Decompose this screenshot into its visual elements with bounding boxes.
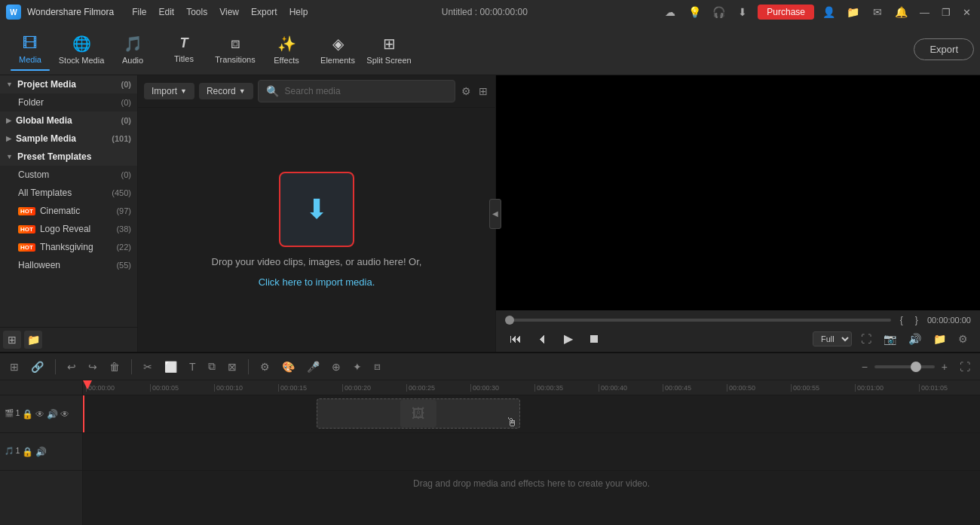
sidebar-item-custom[interactable]: Custom (0) <box>0 166 137 184</box>
preview-fullscreen-icon[interactable]: ⛶ <box>858 331 874 346</box>
toolbar-audio[interactable]: 🎵 Audio <box>109 29 157 71</box>
play-button[interactable]: ▶ <box>559 330 577 347</box>
speed-button[interactable]: ⚙ <box>256 359 274 375</box>
sidebar-item-thanksgiving[interactable]: HOT Thanksgiving (22) <box>0 238 137 256</box>
toolbar-effects[interactable]: ✨ Effects <box>262 29 311 71</box>
timeline-link-button[interactable]: 🔗 <box>27 359 47 375</box>
grid-icon[interactable]: ⊞ <box>477 84 489 99</box>
crop-button[interactable]: ⬜ <box>161 359 181 375</box>
drop-box[interactable]: ⬇ <box>279 172 354 247</box>
sidebar-item-all-templates[interactable]: All Templates (450) <box>0 184 137 202</box>
headset-icon[interactable]: 🎧 <box>709 3 727 21</box>
import-link[interactable]: Click here to import media. <box>259 276 375 288</box>
preview-settings-icon[interactable]: ⚙ <box>955 331 971 346</box>
sidebar-item-preset-templates[interactable]: ▼ Preset Templates <box>0 148 137 166</box>
bulb-icon[interactable]: 💡 <box>685 3 703 21</box>
multicam-button[interactable]: ⊠ <box>224 359 240 375</box>
minimize-button[interactable]: — <box>917 7 933 18</box>
video-track-row[interactable]: 🖼 🖱 <box>83 395 980 433</box>
maximize-button[interactable]: ❐ <box>939 7 954 18</box>
download-icon[interactable]: ⬇ <box>733 3 752 21</box>
undo-button[interactable]: ↩ <box>63 359 80 375</box>
cinematic-label: Cinematic <box>40 206 114 216</box>
menu-export[interactable]: Export <box>251 7 277 17</box>
zoom-thumb[interactable] <box>911 362 921 372</box>
delete-button[interactable]: 🗑 <box>106 359 124 375</box>
ruler-mark-6: 00:00:30 <box>470 384 534 392</box>
sidebar-item-cinematic[interactable]: HOT Cinematic (97) <box>0 202 137 220</box>
video-speaker-icon[interactable]: 🔊 <box>47 409 58 420</box>
split-button[interactable]: ⧈ <box>370 358 384 375</box>
mark-out-button[interactable]: } <box>912 315 921 325</box>
mark-in-button[interactable]: { <box>897 315 906 325</box>
filter-icon[interactable]: ⚙ <box>460 84 473 99</box>
arrow-down-icon2: ▼ <box>6 153 13 160</box>
redo-button[interactable]: ↪ <box>84 359 101 375</box>
download-arrow-icon: ⬇ <box>305 194 328 225</box>
purchase-button[interactable]: Purchase <box>758 5 814 20</box>
toolbar-stock-media[interactable]: 🌐 Stock Media <box>57 29 106 71</box>
skip-back-button[interactable]: ⏮ <box>505 331 526 347</box>
export-button[interactable]: Export <box>914 38 974 60</box>
import-button[interactable]: Import ▼ <box>144 83 194 99</box>
fullscreen-timeline-button[interactable]: ⛶ <box>956 359 974 375</box>
menu-edit[interactable]: Edit <box>159 7 175 17</box>
menu-view[interactable]: View <box>219 7 239 17</box>
sidebar-add-btn[interactable]: ⊞ <box>3 331 21 349</box>
preview-volume-icon[interactable]: 🔊 <box>905 331 924 346</box>
menu-help[interactable]: Help <box>289 7 308 17</box>
preview-folder-icon[interactable]: 📁 <box>930 331 949 346</box>
audio-lock-icon[interactable]: 🔒 <box>22 447 33 457</box>
add-media-button[interactable]: ⊞ <box>6 359 23 375</box>
audio-track-row[interactable] <box>83 433 980 471</box>
transform-button[interactable]: ⧉ <box>204 358 219 375</box>
zoom-slider[interactable] <box>874 365 935 368</box>
timeline-content[interactable]: 00:00:00 00:00:05 00:00:10 00:00:15 00:0… <box>83 380 980 525</box>
zoom-out-button[interactable]: − <box>858 359 871 375</box>
search-input[interactable] <box>285 86 449 96</box>
mail-icon[interactable]: ✉ <box>868 3 887 21</box>
video-lock-icon[interactable]: 🔒 <box>22 409 33 420</box>
toolbar-split-screen[interactable]: ⊞ Split Screen <box>365 29 413 71</box>
sidebar-item-folder[interactable]: Folder (0) <box>0 93 137 111</box>
toolbar-media[interactable]: 🎞 Media <box>6 29 54 71</box>
toolbar-titles[interactable]: T Titles <box>160 29 208 71</box>
menu-tools[interactable]: Tools <box>186 7 207 17</box>
quality-select[interactable]: Full 1/2 1/4 1/8 <box>813 331 852 346</box>
toolbar-transitions[interactable]: ⧈ Transitions <box>211 29 259 71</box>
sidebar-item-logo-reveal[interactable]: HOT Logo Reveal (38) <box>0 220 137 238</box>
close-button[interactable]: ✕ <box>960 7 974 18</box>
folder-icon[interactable]: 📁 <box>844 3 862 21</box>
menu-file[interactable]: File <box>132 7 146 17</box>
ai-cutout-button[interactable]: ✦ <box>349 359 366 375</box>
sidebar-item-sample-media[interactable]: ▶ Sample Media (101) <box>0 130 137 148</box>
sidebar-folder-btn[interactable]: 📁 <box>24 331 42 349</box>
account-icon[interactable]: 👤 <box>820 3 838 21</box>
stabilize-button[interactable]: ⊕ <box>328 359 345 375</box>
preview-screenshot-icon[interactable]: 📷 <box>880 331 899 346</box>
toolbar-elements[interactable]: ◈ Elements <box>314 29 362 71</box>
clip-drop-zone[interactable]: 🖼 🖱 <box>317 398 520 429</box>
audio-speaker-icon[interactable]: 🔊 <box>35 447 47 457</box>
sidebar-item-project-media[interactable]: ▼ Project Media (0) <box>0 75 137 93</box>
notification-icon[interactable]: 🔔 <box>893 3 911 21</box>
step-back-button[interactable]: ⏴ <box>532 331 553 347</box>
titles-icon: T <box>180 35 188 51</box>
sidebar-item-global-media[interactable]: ▶ Global Media (0) <box>0 111 137 130</box>
sidebar-item-halloween[interactable]: Halloween (55) <box>0 256 137 274</box>
zoom-in-button[interactable]: + <box>938 359 951 375</box>
cut-button[interactable]: ✂ <box>139 359 156 375</box>
ruler-mark-1: 00:00:05 <box>150 384 214 392</box>
record-button[interactable]: Record ▼ <box>199 83 253 99</box>
stop-button[interactable]: ⏹ <box>583 331 605 347</box>
collapse-panel-button[interactable]: ◀ <box>489 199 501 229</box>
progress-bar[interactable] <box>505 319 891 322</box>
color-button[interactable]: 🎨 <box>278 359 299 375</box>
audio-button[interactable]: 🎤 <box>303 359 323 375</box>
text-button[interactable]: T <box>185 359 200 375</box>
cloud-icon[interactable]: ☁ <box>661 3 679 21</box>
custom-count: (0) <box>121 170 131 179</box>
progress-thumb[interactable] <box>505 316 514 325</box>
video-eye-icon[interactable]: 👁 <box>35 409 44 420</box>
video-eye2-icon[interactable]: 👁 <box>60 409 69 420</box>
